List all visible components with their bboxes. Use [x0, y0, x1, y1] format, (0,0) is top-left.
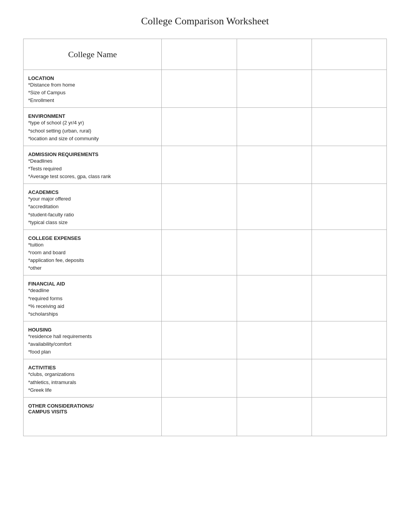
expenses-item-2: *room and board	[28, 249, 157, 257]
activities-item-1: *clubs, organizations	[28, 371, 157, 378]
other-col3[interactable]	[312, 397, 386, 436]
activities-col1[interactable]	[162, 359, 237, 397]
expenses-item-1: *tuition	[28, 241, 157, 249]
environment-col3[interactable]	[312, 108, 386, 146]
housing-col2[interactable]	[237, 321, 312, 359]
academics-header: ACADEMICS	[28, 187, 157, 195]
expenses-item-4: *other	[28, 264, 157, 272]
housing-cell: HOUSING *residence hall requirements *av…	[24, 321, 162, 359]
housing-header: HOUSING	[28, 325, 157, 333]
activities-header: ACTIVITIES	[28, 362, 157, 371]
financial-header: FINANCIAL AID	[28, 279, 157, 287]
college-col-2-header[interactable]	[237, 39, 312, 70]
environment-item-1: *type of school (2 yr/4 yr)	[28, 119, 157, 127]
academics-row: ACADEMICS *your major offered *accredita…	[24, 184, 387, 230]
admission-col2[interactable]	[237, 146, 312, 184]
environment-header: ENVIRONMENT	[28, 111, 157, 119]
financial-col3[interactable]	[312, 275, 386, 321]
financial-col2[interactable]	[237, 275, 312, 321]
other-col1[interactable]	[162, 397, 237, 436]
location-cell: LOCATION *Distance from home *Size of Ca…	[24, 70, 162, 108]
academics-col2[interactable]	[237, 184, 312, 230]
housing-col3[interactable]	[312, 321, 386, 359]
activities-col3[interactable]	[312, 359, 386, 397]
academics-col3[interactable]	[312, 184, 386, 230]
academics-col1[interactable]	[162, 184, 237, 230]
admission-col3[interactable]	[312, 146, 386, 184]
location-item-3: *Enrollment	[28, 97, 157, 104]
academics-item-1: *your major offered	[28, 195, 157, 203]
financial-cell: FINANCIAL AID *deadline *required forms …	[24, 275, 162, 321]
environment-row: ENVIRONMENT *type of school (2 yr/4 yr) …	[24, 108, 387, 146]
header-row: College Name	[24, 39, 387, 70]
housing-col1[interactable]	[162, 321, 237, 359]
environment-col2[interactable]	[237, 108, 312, 146]
location-header: LOCATION	[28, 73, 157, 81]
activities-item-2: *athletics, intramurals	[28, 379, 157, 386]
housing-item-2: *availability/comfort	[28, 340, 157, 348]
environment-item-3: *location and size of community	[28, 135, 157, 143]
academics-item-4: *typical class size	[28, 219, 157, 226]
comparison-table: College Name LOCATION *Distance from hom…	[23, 39, 387, 436]
college-name-label: College Name	[24, 39, 162, 70]
expenses-row: COLLEGE EXPENSES *tuition *room and boar…	[24, 229, 387, 275]
location-col2[interactable]	[237, 70, 312, 108]
financial-row: FINANCIAL AID *deadline *required forms …	[24, 275, 387, 321]
expenses-cell: COLLEGE EXPENSES *tuition *room and boar…	[24, 229, 162, 275]
location-item-1: *Distance from home	[28, 81, 157, 89]
housing-row: HOUSING *residence hall requirements *av…	[24, 321, 387, 359]
environment-cell: ENVIRONMENT *type of school (2 yr/4 yr) …	[24, 108, 162, 146]
activities-row: ACTIVITIES *clubs, organizations *athlet…	[24, 359, 387, 397]
financial-item-2: *required forms	[28, 295, 157, 303]
admission-item-2: *Tests required	[28, 165, 157, 173]
expenses-item-3: *application fee, deposits	[28, 257, 157, 264]
page-title: College Comparison Worksheet	[23, 15, 387, 27]
location-row: LOCATION *Distance from home *Size of Ca…	[24, 70, 387, 108]
financial-col1[interactable]	[162, 275, 237, 321]
other-row: OTHER CONSIDERATIONS/CAMPUS VISITS	[24, 397, 387, 436]
environment-item-2: *school setting (urban, rural)	[28, 127, 157, 135]
college-col-3-header[interactable]	[312, 39, 386, 70]
admission-col1[interactable]	[162, 146, 237, 184]
academics-cell: ACADEMICS *your major offered *accredita…	[24, 184, 162, 230]
activities-item-3: *Greek life	[28, 386, 157, 394]
admission-header: ADMISSION REQUIREMENTS	[28, 149, 157, 157]
admission-item-1: *Deadlines	[28, 157, 157, 165]
financial-item-1: *deadline	[28, 287, 157, 294]
expenses-col2[interactable]	[237, 229, 312, 275]
college-name-text: College Name	[68, 49, 117, 59]
expenses-col3[interactable]	[312, 229, 386, 275]
college-col-1-header[interactable]	[162, 39, 237, 70]
admission-cell: ADMISSION REQUIREMENTS *Deadlines *Tests…	[24, 146, 162, 184]
academics-item-3: *student-faculty ratio	[28, 211, 157, 219]
expenses-header: COLLEGE EXPENSES	[28, 233, 157, 241]
location-item-2: *Size of Campus	[28, 89, 157, 97]
housing-item-1: *residence hall requirements	[28, 333, 157, 340]
financial-item-3: *% receiving aid	[28, 303, 157, 310]
location-col1[interactable]	[162, 70, 237, 108]
academics-item-2: *accreditation	[28, 203, 157, 211]
activities-cell: ACTIVITIES *clubs, organizations *athlet…	[24, 359, 162, 397]
admission-row: ADMISSION REQUIREMENTS *Deadlines *Tests…	[24, 146, 387, 184]
other-col2[interactable]	[237, 397, 312, 436]
admission-item-3: *Average test scores, gpa, class rank	[28, 173, 157, 180]
housing-item-3: *food plan	[28, 348, 157, 356]
financial-item-4: *scholarships	[28, 310, 157, 318]
location-col3[interactable]	[312, 70, 386, 108]
expenses-col1[interactable]	[162, 229, 237, 275]
other-header: OTHER CONSIDERATIONS/CAMPUS VISITS	[28, 401, 157, 415]
other-cell: OTHER CONSIDERATIONS/CAMPUS VISITS	[24, 397, 162, 436]
environment-col1[interactable]	[162, 108, 237, 146]
activities-col2[interactable]	[237, 359, 312, 397]
